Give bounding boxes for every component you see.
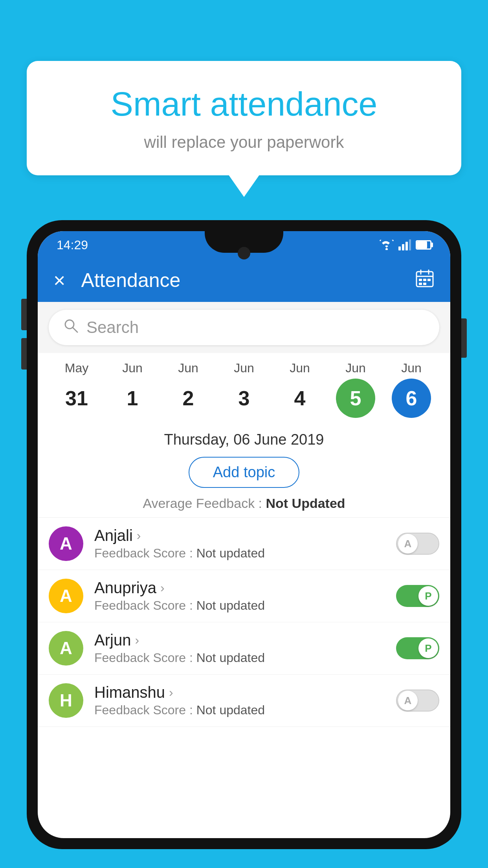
wifi-icon xyxy=(380,240,394,250)
phone-power-button xyxy=(461,318,467,358)
avg-feedback: Average Feedback : Not Updated xyxy=(49,496,439,511)
attendance-toggle-wrap[interactable]: P xyxy=(396,637,439,659)
calendar-month: Jun xyxy=(290,361,310,375)
calendar-date-col[interactable]: Jun1 xyxy=(105,361,160,418)
avg-feedback-value: Not Updated xyxy=(266,496,345,511)
svg-rect-1 xyxy=(398,246,401,250)
student-info: Arjun ›Feedback Score : Not updated xyxy=(94,631,396,665)
student-info: Anjali ›Feedback Score : Not updated xyxy=(94,527,396,561)
avatar: H xyxy=(49,683,83,718)
calendar-day[interactable]: 1 xyxy=(113,379,152,418)
avatar: A xyxy=(49,526,83,561)
calendar-month: Jun xyxy=(345,361,366,375)
student-name: Arjun › xyxy=(94,631,396,649)
toggle-knob: P xyxy=(418,586,438,606)
signal-icon xyxy=(398,239,411,250)
student-item[interactable]: AAnjali ›Feedback Score : Not updatedA xyxy=(38,518,450,570)
svg-rect-10 xyxy=(423,279,426,281)
svg-point-0 xyxy=(385,248,388,250)
status-time: 14:29 xyxy=(57,238,88,252)
toggle-knob: P xyxy=(418,638,438,658)
close-button[interactable]: × xyxy=(53,268,65,292)
student-info: Anupriya ›Feedback Score : Not updated xyxy=(94,579,396,613)
toggle-knob: A xyxy=(398,691,418,710)
calendar-date-col[interactable]: Jun3 xyxy=(216,361,272,418)
bubble-title: Smart attendance xyxy=(58,85,430,123)
calendar-day[interactable]: 5 xyxy=(336,379,375,418)
calendar-day[interactable]: 2 xyxy=(169,379,208,418)
avg-feedback-label: Average Feedback : xyxy=(143,496,266,511)
student-feedback: Feedback Score : Not updated xyxy=(94,703,396,717)
student-name: Himanshu › xyxy=(94,684,396,701)
svg-line-15 xyxy=(73,327,77,332)
search-container: Search xyxy=(38,302,450,353)
calendar-month: Jun xyxy=(401,361,422,375)
student-item[interactable]: AArjun ›Feedback Score : Not updatedP xyxy=(38,622,450,675)
avatar: A xyxy=(49,579,83,613)
student-feedback: Feedback Score : Not updated xyxy=(94,598,396,613)
calendar-date-col[interactable]: Jun5 xyxy=(328,361,383,418)
speech-bubble-container: Smart attendance will replace your paper… xyxy=(27,61,461,175)
add-topic-button[interactable]: Add topic xyxy=(189,457,299,488)
app-bar: × Attendance xyxy=(38,259,450,302)
bubble-subtitle: will replace your paperwork xyxy=(58,133,430,152)
student-name-chevron: › xyxy=(137,528,141,543)
battery-fill xyxy=(417,241,427,248)
calendar-date-col[interactable]: May31 xyxy=(49,361,105,418)
calendar-dates: May31Jun1Jun2Jun3Jun4Jun5Jun6 xyxy=(49,361,439,418)
student-name-chevron: › xyxy=(160,581,165,595)
selected-date-section: Thursday, 06 June 2019 Add topic Average… xyxy=(38,422,450,518)
svg-rect-13 xyxy=(423,283,426,285)
student-feedback: Feedback Score : Not updated xyxy=(94,546,396,561)
calendar-month: Jun xyxy=(178,361,198,375)
app-bar-title: Attendance xyxy=(81,269,415,292)
student-name-chevron: › xyxy=(135,633,139,647)
attendance-toggle-wrap[interactable]: A xyxy=(396,690,439,712)
svg-rect-2 xyxy=(402,244,404,250)
student-list: AAnjali ›Feedback Score : Not updatedAAA… xyxy=(38,518,450,727)
calendar-day[interactable]: 3 xyxy=(224,379,264,418)
svg-rect-12 xyxy=(419,283,422,285)
calendar-day[interactable]: 6 xyxy=(392,379,431,418)
student-name: Anjali › xyxy=(94,527,396,544)
calendar-date-col[interactable]: Jun2 xyxy=(160,361,216,418)
student-info: Himanshu ›Feedback Score : Not updated xyxy=(94,684,396,717)
calendar-strip: May31Jun1Jun2Jun3Jun4Jun5Jun6 xyxy=(38,353,450,422)
phone-screen: 14:29 xyxy=(38,231,450,838)
calendar-icon[interactable] xyxy=(415,268,435,292)
student-item[interactable]: HHimanshu ›Feedback Score : Not updatedA xyxy=(38,675,450,727)
status-icons xyxy=(380,239,431,250)
svg-rect-4 xyxy=(409,239,411,250)
attendance-toggle[interactable]: A xyxy=(396,533,439,555)
attendance-toggle[interactable]: P xyxy=(396,585,439,607)
attendance-toggle-wrap[interactable]: P xyxy=(396,585,439,607)
search-input-placeholder: Search xyxy=(86,318,139,337)
phone-camera xyxy=(238,247,250,259)
student-item[interactable]: AAnupriya ›Feedback Score : Not updatedP xyxy=(38,570,450,622)
calendar-month: Jun xyxy=(234,361,254,375)
attendance-toggle-wrap[interactable]: A xyxy=(396,533,439,555)
calendar-day[interactable]: 4 xyxy=(280,379,319,418)
search-icon xyxy=(63,318,79,337)
avatar: A xyxy=(49,631,83,666)
search-bar[interactable]: Search xyxy=(49,310,439,345)
toggle-knob: A xyxy=(398,534,418,554)
phone-container: 14:29 xyxy=(27,220,461,868)
speech-bubble: Smart attendance will replace your paper… xyxy=(27,61,461,175)
selected-date-text: Thursday, 06 June 2019 xyxy=(49,431,439,448)
student-name-chevron: › xyxy=(169,685,173,700)
phone-frame: 14:29 xyxy=(27,220,461,849)
attendance-toggle[interactable]: A xyxy=(396,690,439,712)
student-name: Anupriya › xyxy=(94,579,396,597)
svg-rect-9 xyxy=(419,279,422,281)
calendar-month: May xyxy=(65,361,88,375)
phone-notch xyxy=(205,231,283,253)
attendance-toggle[interactable]: P xyxy=(396,637,439,659)
calendar-date-col[interactable]: Jun4 xyxy=(272,361,328,418)
calendar-date-col[interactable]: Jun6 xyxy=(383,361,439,418)
student-feedback: Feedback Score : Not updated xyxy=(94,651,396,665)
calendar-day[interactable]: 31 xyxy=(57,379,96,418)
svg-rect-11 xyxy=(427,279,431,281)
battery-icon xyxy=(416,240,431,250)
phone-vol-down-button xyxy=(21,338,27,370)
